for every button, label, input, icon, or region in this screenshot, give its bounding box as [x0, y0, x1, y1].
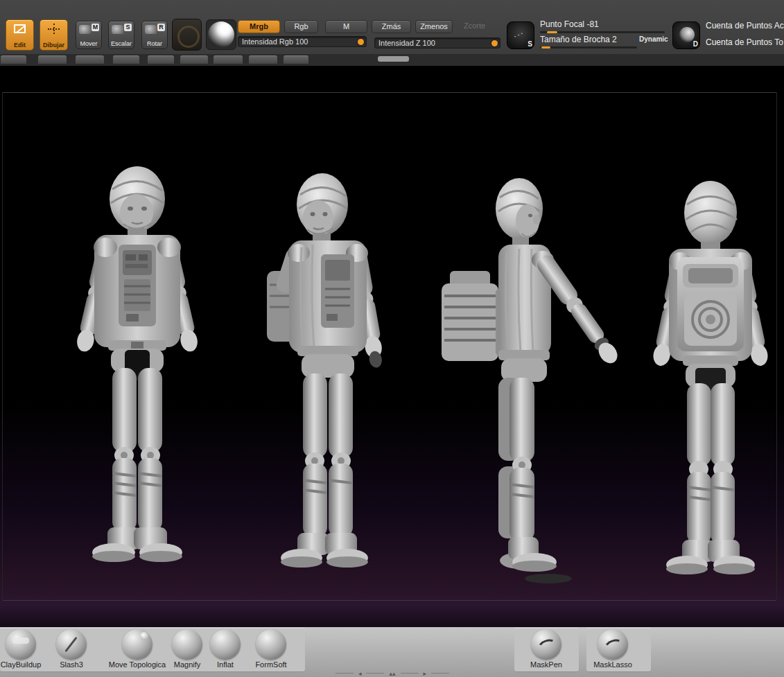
- alpha-icon: [679, 27, 695, 42]
- brush-tray: ClayBuildup Slash3 Move Topologica Magni…: [0, 627, 784, 677]
- move-topological-icon: [122, 629, 153, 660]
- draw-button[interactable]: Dibujar: [40, 19, 68, 51]
- current-brush-icon[interactable]: [172, 19, 202, 51]
- z-intensity-slider[interactable]: Intensidad Z 100: [374, 37, 500, 49]
- dynamic-toggle[interactable]: Dynamic: [639, 35, 668, 43]
- sculpt-figure-back[interactable]: [650, 181, 772, 574]
- edit-button[interactable]: Edit: [6, 19, 34, 51]
- document-canvas[interactable]: [0, 66, 784, 627]
- sculpt-figure-side[interactable]: [442, 178, 622, 583]
- masklasso-icon: [598, 629, 628, 660]
- brush-magnify[interactable]: Magnify: [168, 629, 206, 669]
- edit-label: Edit: [6, 42, 33, 49]
- tray-left-arrow-icon: ◂: [358, 670, 362, 677]
- brush-masklasso[interactable]: MaskLasso: [590, 629, 636, 669]
- rotate-badge: R: [157, 24, 165, 31]
- tray-tab[interactable]: [76, 55, 104, 64]
- focal-shift-slider[interactable]: Punto Focal -81: [540, 19, 665, 33]
- move-button[interactable]: M Mover: [76, 21, 102, 49]
- brush-preview-button[interactable]: [206, 19, 236, 50]
- draw-size-knob[interactable]: [541, 46, 550, 49]
- move-badge: M: [92, 24, 99, 31]
- claybuildup-icon: [6, 629, 36, 660]
- tray-tab[interactable]: [249, 55, 277, 64]
- rgb-button[interactable]: Rgb: [284, 20, 318, 33]
- point-count-active-label: Cuenta de Puntos Ac: [706, 21, 784, 30]
- strip-scrollbar-thumb[interactable]: [378, 56, 409, 62]
- edit-icon: [14, 24, 26, 33]
- tray-tab[interactable]: [180, 55, 208, 64]
- brush-inflat[interactable]: Inflat: [208, 629, 243, 669]
- brush-sphere-icon: [208, 21, 234, 48]
- tray-tab[interactable]: [148, 55, 174, 64]
- document-right-edge: [776, 92, 777, 600]
- stroke-picker-button[interactable]: ··· S: [507, 21, 534, 49]
- brush-maskpen[interactable]: MaskPen: [525, 629, 568, 669]
- point-count-total-label: Cuenta de Puntos To: [706, 37, 783, 47]
- scale-button[interactable]: S Escalar: [108, 21, 134, 49]
- magnify-icon: [172, 629, 202, 660]
- sculpt-figure-three-quarter[interactable]: [267, 173, 387, 568]
- tray-tab[interactable]: [38, 55, 67, 64]
- rgb-intensity-knob[interactable]: [358, 39, 364, 45]
- sculpt-viewport[interactable]: [2, 66, 776, 627]
- draw-icon: [48, 24, 60, 34]
- zsub-button[interactable]: Zmenos: [415, 20, 453, 33]
- tray-tab[interactable]: [1, 55, 26, 64]
- draw-size-slider[interactable]: Tamaño de Brocha 2: [540, 35, 637, 49]
- maskpen-icon: [531, 629, 561, 660]
- slash3-icon: [56, 629, 87, 660]
- m-button[interactable]: M: [325, 20, 367, 33]
- brush-claybuildup[interactable]: ClayBuildup: [0, 629, 44, 669]
- tray-resize-handle[interactable]: ◂ ▴▴ ▸: [324, 669, 460, 677]
- brush-formsoft[interactable]: FormSoft: [250, 629, 293, 669]
- scale-icon: [112, 25, 123, 34]
- zcut-button: Zcorte: [458, 20, 491, 33]
- alpha-picker-button[interactable]: D: [672, 21, 700, 49]
- stroke-icon: ···: [512, 27, 526, 41]
- z-intensity-knob[interactable]: [491, 40, 498, 46]
- brush-slash3[interactable]: Slash3: [51, 629, 92, 669]
- formsoft-icon: [256, 629, 286, 660]
- mrgb-button[interactable]: Mrgb: [238, 20, 280, 33]
- tray-tab[interactable]: [284, 55, 308, 64]
- tray-right-arrow-icon: ▸: [424, 670, 427, 677]
- sculpt-figure-front[interactable]: [73, 166, 201, 562]
- focal-shift-knob[interactable]: [547, 31, 557, 33]
- rotate-icon: [145, 25, 157, 34]
- divider-strip: [0, 54, 784, 66]
- rotate-button[interactable]: R Rotar: [141, 21, 168, 49]
- inflat-icon: [210, 629, 241, 660]
- tray-up-arrows-icon: ▴▴: [389, 670, 395, 677]
- scale-badge: S: [124, 24, 132, 31]
- draw-label: Dibujar: [40, 42, 67, 49]
- zadd-button[interactable]: Zmás: [372, 20, 411, 33]
- rgb-intensity-slider[interactable]: Intensidad Rgb 100: [238, 36, 367, 47]
- brush-move-topological[interactable]: Move Topologica: [105, 629, 169, 669]
- move-icon: [79, 25, 91, 34]
- tray-tab[interactable]: [214, 55, 243, 64]
- tray-tab[interactable]: [113, 55, 139, 64]
